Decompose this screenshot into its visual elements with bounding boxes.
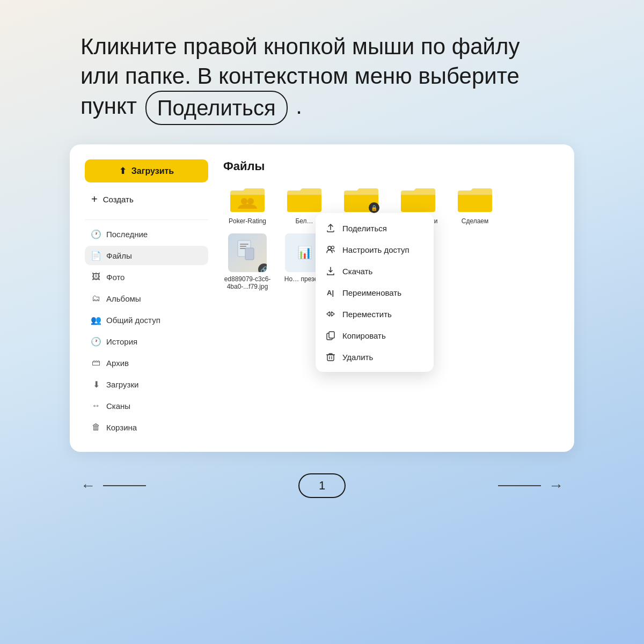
sidebar-label-recent: Последние (106, 230, 148, 239)
folder-label-bel: Бел… (295, 217, 313, 225)
svg-text:A|: A| (327, 289, 334, 297)
plus-icon: + (91, 193, 98, 206)
context-access-label: Настроить доступ (342, 245, 409, 254)
folder-poker-rating[interactable]: Poker-Rating (223, 184, 272, 225)
sidebar-item-albums[interactable]: 🗂 Альбомы (85, 289, 208, 308)
create-label: Создать (103, 195, 134, 204)
archive-icon: 🗃 (91, 358, 101, 368)
sidebar-item-recent[interactable]: 🕐 Последние (85, 224, 208, 244)
sidebar-item-downloads[interactable]: ⬇ Загрузки (85, 375, 208, 394)
album-icon: 🗂 (91, 294, 101, 303)
sidebar-label-scans: Сканы (106, 401, 130, 411)
create-button[interactable]: + Создать (85, 188, 208, 211)
file-icon: 📄 (91, 251, 101, 260)
page-badge: 1 (298, 473, 346, 498)
sidebar-label-photos: Фото (106, 273, 125, 282)
folder-icon-poker (228, 184, 267, 214)
users-menu-icon (325, 244, 336, 255)
folder-icon-sdelaem (456, 184, 494, 214)
sidebar-item-history[interactable]: 🕐 История (85, 332, 208, 351)
svg-rect-3 (240, 244, 248, 245)
upload-label: Загрузить (131, 166, 174, 176)
context-menu-move[interactable]: Переместить (316, 303, 434, 325)
sidebar-item-files[interactable]: 📄 Файлы (85, 246, 208, 265)
context-copy-label: Копировать (342, 331, 386, 340)
main-content: Файлы Poker-Rating (208, 159, 559, 437)
folder-icon-prezentacii (399, 184, 437, 214)
context-download-label: Скачать (342, 267, 372, 276)
download-icon: ⬇ (91, 379, 101, 389)
instruction-line1: Кликните правой кнопкой мыши по файлу (80, 34, 520, 59)
svg-point-1 (247, 198, 254, 204)
context-menu-delete[interactable]: Удалить (316, 346, 434, 368)
scan-icon: ↔ (91, 401, 101, 411)
svg-point-12 (328, 246, 331, 250)
folder-sdelaem[interactable]: Сделаем (451, 184, 499, 225)
next-line (498, 485, 541, 486)
sidebar-item-scans[interactable]: ↔ Сканы (85, 396, 208, 415)
sidebar-item-trash[interactable]: 🗑 Корзина (85, 418, 208, 437)
instruction-line3-pre: пункт (80, 93, 137, 119)
next-button[interactable]: → (498, 477, 564, 494)
svg-rect-4 (240, 246, 246, 247)
context-menu-access[interactable]: Настроить доступ (316, 239, 434, 260)
history-icon: 🕐 (91, 336, 101, 346)
context-delete-label: Удалить (342, 353, 373, 362)
copy-menu-icon (325, 330, 336, 341)
file-thumb-image: 🔗 (228, 233, 267, 272)
clock-icon: 🕐 (91, 229, 101, 239)
prev-line (103, 485, 146, 486)
bottom-nav: ← 1 → (80, 473, 564, 498)
section-title: Файлы (223, 159, 559, 173)
sidebar-label-trash: Корзина (106, 423, 137, 432)
context-share-label: Поделиться (342, 224, 387, 233)
sidebar-label-history: История (106, 337, 137, 346)
svg-point-13 (332, 246, 334, 249)
photo-icon: 🖼 (91, 272, 101, 282)
rename-menu-icon: A| (325, 287, 336, 298)
svg-rect-16 (329, 332, 334, 338)
delete-menu-icon (325, 352, 336, 362)
context-menu: Поделиться Настроить доступ (316, 213, 434, 372)
share-menu-icon (325, 223, 336, 233)
context-rename-label: Переименовать (342, 288, 401, 297)
context-menu-copy[interactable]: Копировать (316, 325, 434, 346)
shared-icon: 👥 (91, 315, 101, 325)
link-badge: 🔗 (258, 264, 267, 272)
folder-label-sdelaem: Сделаем (462, 217, 489, 225)
file-image[interactable]: 🔗 ed889079-c3c6-4ba0-...f79.jpg (223, 233, 272, 290)
context-move-label: Переместить (342, 310, 392, 319)
instruction-block: Кликните правой кнопкой мыши по файлу ил… (80, 32, 564, 125)
share-badge: Поделиться (145, 91, 288, 125)
sidebar-label-files: Файлы (106, 251, 132, 260)
svg-rect-17 (327, 355, 334, 361)
folder-icon-bel (285, 184, 324, 214)
instruction-line2: или папке. В контекстном меню выберите (80, 63, 519, 89)
sidebar-label-archive: Архив (106, 358, 129, 368)
sidebar-label-downloads: Загрузки (106, 380, 138, 389)
trash-icon: 🗑 (91, 422, 101, 432)
sidebar-divider (85, 219, 208, 220)
sidebar-item-shared[interactable]: 👥 Общий доступ (85, 310, 208, 330)
upload-button[interactable]: ⬆ Загрузить (85, 159, 208, 182)
folder-label-poker: Poker-Rating (229, 217, 266, 225)
folder-icon-locked: 🔒 (342, 184, 380, 214)
svg-rect-6 (245, 248, 254, 260)
next-arrow: → (548, 477, 564, 494)
sidebar-label-shared: Общий доступ (106, 316, 160, 325)
context-menu-share[interactable]: Поделиться (316, 217, 434, 239)
instruction-line3-post: . (296, 93, 302, 119)
move-menu-icon (325, 309, 336, 319)
upload-icon: ⬆ (119, 166, 126, 176)
main-card: ⬆ Загрузить + Создать 🕐 Последние 📄 Файл… (70, 144, 574, 452)
sidebar-item-archive[interactable]: 🗃 Архив (85, 353, 208, 372)
svg-point-0 (241, 198, 247, 204)
sidebar-item-photos[interactable]: 🖼 Фото (85, 267, 208, 287)
context-menu-download[interactable]: Скачать (316, 260, 434, 282)
download-menu-icon (325, 266, 336, 276)
prev-arrow: ← (80, 477, 96, 494)
prev-button[interactable]: ← (80, 477, 146, 494)
file-label-image: ed889079-c3c6-4ba0-...f79.jpg (223, 275, 272, 290)
context-menu-rename[interactable]: A| Переименовать (316, 282, 434, 303)
sidebar-label-albums: Альбомы (106, 294, 141, 303)
